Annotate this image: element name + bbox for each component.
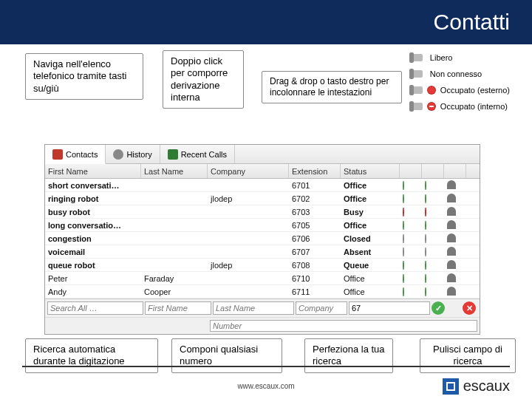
col-ext[interactable]: Extension [289,164,341,178]
filter-last-input[interactable] [213,301,294,315]
status-dot-icon [425,194,426,203]
table-row[interactable]: AndyCooper6711Office [45,285,480,299]
legend-busy-internal: Occupato (interno) [409,100,510,112]
contact-icon [447,260,456,269]
busy-minus-icon [427,102,436,111]
filter-company-input[interactable] [296,301,347,315]
status-legend: Libero Non connesso Occupato (esterno) O… [409,52,510,117]
footer-url: www.escaux.com [237,382,294,390]
status-dot-icon [425,287,426,296]
contact-icon [447,233,456,242]
table-header[interactable]: First Name Last Name Company Extension S… [45,164,480,179]
status-dot-icon [403,194,404,203]
status-dot-icon [425,181,426,190]
callout-dragdrop: Drag & drop o tasto destro per incolonna… [262,71,402,103]
table-row[interactable]: congestion6706Closed [45,232,480,245]
callout-autosearch: Ricerca automatica durante la digitazion… [25,338,158,373]
status-dot-icon [403,234,404,243]
logo-mark-icon [443,378,459,395]
busy-dot-icon [427,86,436,95]
footer: www.escaux.com escaux [0,378,532,395]
tabs-bar: Contacts History Recent Calls [45,145,480,164]
status-dot-icon [403,248,404,256]
table-body: short conversati…6701Officeringing robot… [45,179,480,299]
phone-icon [409,84,426,96]
phone-icon [409,52,426,64]
status-dot-icon [403,221,404,230]
contacts-icon [52,149,63,160]
history-icon [113,149,123,160]
contact-icon [447,207,456,216]
contact-icon [447,287,456,296]
callout-navigate: Naviga nell'elenco telefonico tramite ta… [25,53,143,100]
filter-first-input[interactable] [145,301,211,315]
brand-logo: escaux [443,378,510,395]
table-row[interactable]: busy robot6703Busy [45,205,480,219]
footer-rule [22,366,510,367]
table-row[interactable]: ringing robotjlodep6702Office [45,192,480,205]
status-dot-icon [403,274,404,283]
recent-icon [168,149,178,160]
page-header: Contatti [0,0,532,44]
status-dot-icon [425,234,426,243]
callout-compose: Componi qualsiasi numero [171,338,282,373]
clear-filter-button[interactable]: ✕ [463,301,476,315]
status-dot-icon [403,208,404,216]
callout-doubleclick: Doppio click per comporre derivazione in… [163,50,244,109]
col-last[interactable]: Last Name [141,164,208,178]
col-first[interactable]: First Name [45,164,141,178]
filter-value-input[interactable] [349,301,430,315]
table-row[interactable]: short conversati…6701Office [45,179,480,192]
legend-not-connected: Non connesso [409,68,510,80]
col-company[interactable]: Company [208,164,289,178]
status-dot-icon [403,181,404,190]
status-dot-icon [425,274,426,283]
status-dot-icon [425,221,426,230]
callout-clear: Pulisci campo di ricerca [420,338,516,373]
status-dot-icon [403,287,404,296]
phone-icon [409,68,426,80]
status-dot-icon [403,261,404,270]
contact-icon [447,273,456,282]
status-dot-icon [425,261,426,270]
contact-icon [447,247,456,256]
contact-icon [447,180,456,189]
status-dot-icon [425,208,426,216]
slide-body: Naviga nell'elenco telefonico tramite ta… [0,44,532,399]
phone-icon [409,100,426,112]
number-row [45,317,480,334]
legend-free: Libero [409,52,510,64]
table-row[interactable]: queue robotjlodep6708Queue [45,259,480,272]
filter-row: ✓ ✕ [45,299,480,317]
contacts-app-window: Contacts History Recent Calls First Name… [44,144,480,335]
tab-recent-calls[interactable]: Recent Calls [160,145,235,163]
tab-history[interactable]: History [106,145,160,163]
callout-refine: Perfeziona la tua ricerca [304,338,393,373]
table-row[interactable]: PeterFaraday6710Office [45,272,480,285]
apply-filter-button[interactable]: ✓ [432,301,445,315]
legend-busy-external: Occupato (esterno) [409,84,510,96]
col-status[interactable]: Status [341,164,400,178]
table-row[interactable]: voicemail6707Absent [45,245,480,259]
status-dot-icon [425,248,426,256]
number-input[interactable] [210,320,477,332]
tab-contacts[interactable]: Contacts [45,145,106,164]
table-row[interactable]: long conversatio…6705Office [45,219,480,232]
page-title: Contatti [434,10,510,35]
search-all-input[interactable] [47,301,143,315]
contact-icon [447,220,456,229]
contact-icon [447,194,456,202]
